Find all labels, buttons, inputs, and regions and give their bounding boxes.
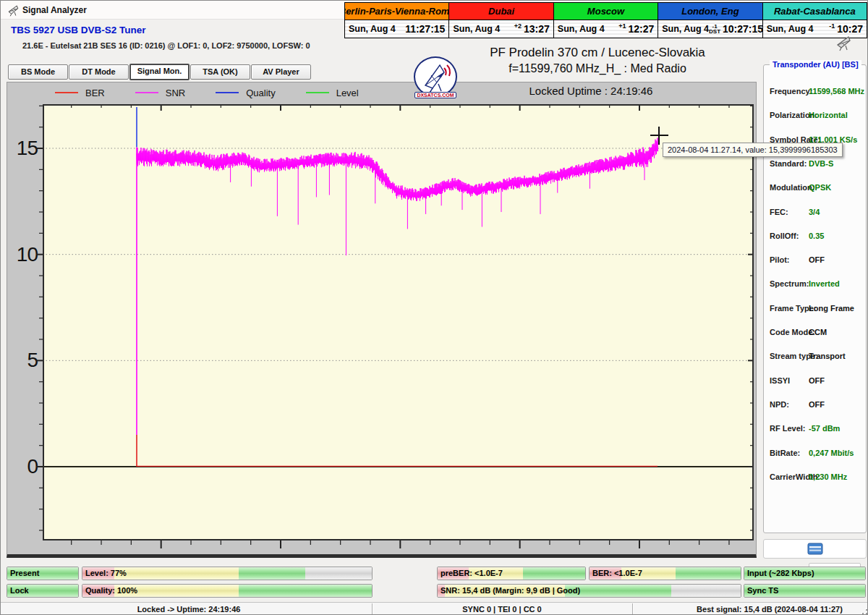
transponder-row-frequency-: Frequency:11599,568 MHz [764,87,866,98]
clock-city-label: Berlin-Paris-Vienna-Roma [345,3,448,20]
tab-tsa-ok-[interactable]: TSA (OK) [190,64,250,80]
transponder-row-carrierwidth-: CarrierWidth:0,230 MHz [764,472,866,484]
clock-time: 10:27 [837,23,863,35]
tab-bs-mode[interactable]: BS Mode [8,64,68,80]
field-value: OFF [809,376,825,385]
field-label: RF Level: [770,424,806,433]
tab-signal-mon-[interactable]: Signal Mon. [129,64,190,80]
field-value: -57 dBm [809,424,840,433]
field-value: 0,247 Mbit/s [809,449,854,457]
legend-item-ber: BER [55,88,105,98]
world-clocks: Berlin-Paris-Vienna-RomaSun, Aug 411:27:… [344,2,867,38]
crosshair-cursor-v [658,127,660,145]
resize-grip[interactable] [859,606,867,614]
field-value: Inverted [809,279,840,288]
snr-bar: SNR: 15,4 dB (Margin: 9,9 dB | Good) [437,584,741,598]
ber-bar: BER: <1.0E-7 [589,567,741,580]
clock-city-label: Rabat-Casablanca [763,3,867,20]
transponder-row-rolloff-: RollOff:0.35 [764,232,866,243]
field-label: ISSYI [770,376,790,385]
bar-label: Input (~282 Kbps) [747,567,814,580]
window-title: Signal Analyzer [22,5,87,15]
transponder-panel: Transponder (AU) [BS] Frequency:11599,56… [763,64,867,533]
clock-date: Sun, Aug 4 [767,24,814,34]
status-bar: Locked -> Uptime: 24:19:46 SYNC 0 | TEI … [1,602,868,615]
legend-label: Level [336,88,359,98]
tab-av-player[interactable]: AV Player [251,64,311,80]
lock-indicator: Lock [7,584,79,598]
y-tick-15: 15 [9,137,38,160]
bar-label: Sync TS [747,585,778,597]
clock-time: 10:27:15 [723,23,763,35]
transponder-row-standard-: Standard:DVB-S [764,159,866,171]
status-sync: SYNC 0 | TEI 0 | CC 0 [393,603,610,615]
status-uptime: Locked -> Uptime: 24:19:46 [44,603,333,615]
field-value: Long Frame [809,304,854,313]
clock-city-label: Moscow [554,3,658,20]
bar-label: Lock [10,585,29,597]
legend-item-quality: Quality [216,88,275,98]
legend-line-swatch [135,92,158,93]
field-value: 0,230 MHz [809,472,847,481]
transponder-row-bitrate-: BitRate:0,247 Mbit/s [764,449,866,460]
clock-utc-offset: +1 [618,22,626,30]
input-bar: Input (~282 Kbps) [744,567,866,580]
level-bar: Level: 77% [82,567,373,580]
field-label: FEC: [770,208,788,216]
transponder-row-frame-type-: Frame Type:Long Frame [764,304,866,315]
legend-label: Quality [246,88,275,98]
bar-label: Present [10,567,39,580]
legend-item-level: Level [306,88,359,98]
clock-date: Sun, Aug 4 [349,24,396,34]
signal-chart-container: BERSNRQualityLevel Locked Uptime : 24:19… [7,82,757,558]
frequency-title: f=11599,760 MHz_H_ : Med Radio [417,62,778,75]
chart-value-tooltip: 2024-08-04 11.27.14, value: 15,399999618… [663,143,843,157]
field-label: Spectrum: [770,279,809,288]
dish-location-title: PF Prodelin 370 cm / Lucenec-Slovakia [417,46,778,60]
legend-label: BER [85,88,105,98]
signal-analyzer-window: Signal Analyzer Berlin-Paris-Vienna-Roma… [0,0,868,615]
clock-date: Sun, Aug 4 [558,24,605,34]
logo-text: DXSATCS.COM [414,92,456,98]
transponder-row-polarization-: Polarization:Horizontal [764,111,866,122]
clock-rabat-casablanca: Rabat-CasablancaSun, Aug 4-110:27 [763,3,867,38]
y-tick-0: 0 [9,455,38,478]
status-best-signal: Best signal: 15,4 dB (2024-08-04 11:27) [661,603,868,615]
field-value: DVB-S [809,159,833,168]
sync-ts-bar: Sync TS [744,584,866,598]
field-value: Horizontal [809,111,848,119]
signal-plot-area[interactable] [43,104,754,540]
clock-time: 12:27 [628,23,654,35]
y-tick-5: 5 [9,349,38,372]
field-value: OFF [809,255,825,264]
field-value: OFF [809,400,825,409]
transponder-row-spectrum-: Spectrum:Inverted [764,279,866,291]
clock-moscow: MoscowSun, Aug 4+112:27 [554,3,658,38]
field-value: CCM [809,328,827,336]
clock-date: Sun, Aug 4 [453,24,500,34]
field-label: NPD: [770,400,789,409]
field-label: Frequency: [770,87,812,96]
transponder-row-fec-: FEC:3/4 [764,208,866,219]
present-indicator: Present [7,567,79,580]
stream-list-button[interactable] [763,539,867,559]
transponder-row-modulation-: Modulation:QPSK [764,183,866,195]
tab-dt-mode[interactable]: DT Mode [69,64,129,80]
quality-bar: Quality: 100% [82,584,373,598]
locked-uptime-text: Locked Uptime : 24:19:46 [410,85,772,97]
field-value: 11599,568 MHz [809,87,864,96]
tuner-title: TBS 5927 USB DVB-S2 Tuner [11,25,146,35]
clock-city-label: Dubai [449,3,553,20]
bar-label: preBER: <1.0E-7 [441,567,503,580]
clock-utc-offset: +2 [514,22,522,30]
clock-time: 11:27:15 [405,23,445,35]
field-value: QPSK [809,183,831,192]
bar-label: Quality: 100% [85,585,137,597]
field-label: Pilot: [770,255,790,264]
transponder-row-rf-level-: RF Level:-57 dBm [764,424,866,436]
clock-time: 13:27 [524,23,550,35]
app-dish-icon [7,4,20,17]
field-label: BitRate: [770,449,800,457]
dxsatcs-logo: DXSATCS.COM [414,56,460,100]
y-tick-10: 10 [9,243,38,266]
